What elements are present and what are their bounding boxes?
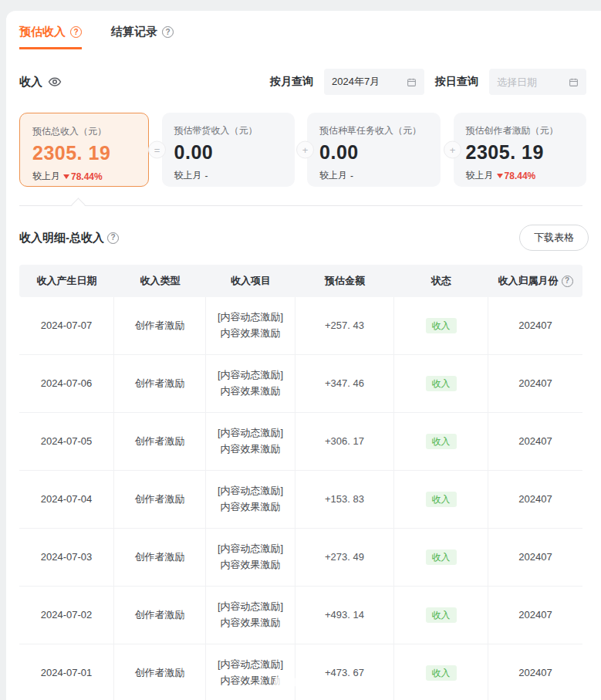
table-row[interactable]: 2024-07-03 创作者激励 [内容动态激励] 内容效果激励 +273. 4… (19, 529, 582, 587)
cell-project: [内容动态激励] 内容效果激励 (206, 413, 295, 470)
card-compare: 较上月 78.44% (466, 169, 574, 182)
status-badge: 收入 (426, 607, 457, 623)
month-query-label: 按月查询 (270, 75, 313, 89)
cell-project: [内容动态激励] 内容效果激励 (206, 471, 295, 528)
status-badge: 收入 (426, 492, 457, 507)
cell-month: 202407 (488, 297, 582, 354)
status-badge: 收入 (426, 376, 457, 391)
caret-up-icon (71, 198, 85, 211)
cell-amount: +493. 14 (295, 587, 394, 644)
cell-status: 收入 (394, 644, 488, 700)
plus-operator-icon: + (444, 141, 461, 159)
status-badge: 收入 (426, 665, 457, 681)
compare-label: 较上月 (466, 169, 494, 182)
cell-date: 2024-07-02 (19, 587, 114, 644)
table-header: 收入产生日期 收入类型 收入项目 预估金额 状态 收入归属月份 ? (19, 265, 582, 297)
income-filter-row: 收入 按月查询 按日查询 (19, 68, 586, 96)
cell-type: 创作者激励 (114, 413, 206, 470)
cell-project: [内容动态激励] 内容效果激励 (206, 587, 295, 644)
help-icon[interactable]: ? (162, 26, 174, 38)
tab-label: 结算记录 (111, 25, 157, 39)
change-value: 78.44% (63, 171, 103, 182)
cell-amount: +306. 17 (295, 413, 394, 470)
cell-date: 2024-07-05 (19, 413, 114, 470)
status-badge: 收入 (426, 318, 457, 333)
cell-month: 202407 (488, 413, 582, 470)
cell-month: 202407 (488, 471, 582, 528)
card-value: 2305. 19 (466, 141, 574, 164)
income-section-title: 收入 (19, 75, 62, 90)
cell-amount: +473. 67 (295, 644, 394, 700)
cell-project: [内容动态激励] 内容效果激励 (206, 355, 295, 412)
tab-label: 预估收入 (19, 25, 66, 39)
income-detail-table: 收入产生日期 收入类型 收入项目 预估金额 状态 收入归属月份 ? 2024-0… (19, 265, 582, 700)
section-divider (19, 205, 582, 206)
tab-settlement-records[interactable]: 结算记录 ? (111, 25, 174, 47)
header-status: 状态 (394, 274, 488, 288)
card-creator-incentive[interactable]: 预估创作者激励（元） 2305. 19 较上月 78.44% (454, 113, 586, 187)
header-month: 收入归属月份 ? (488, 274, 582, 288)
compare-label: 较上月 (319, 169, 347, 182)
cell-status: 收入 (394, 529, 488, 586)
download-table-button[interactable]: 下载表格 (519, 225, 589, 251)
date-filters: 按月查询 按日查询 (270, 69, 586, 95)
cell-month: 202407 (488, 355, 582, 412)
cell-amount: +273. 49 (295, 529, 394, 586)
header-project: 收入项目 (206, 274, 295, 288)
compare-label: 较上月 (174, 169, 202, 182)
table-row[interactable]: 2024-07-06 创作者激励 [内容动态激励] 内容效果激励 +347. 4… (19, 355, 582, 413)
eye-icon[interactable] (48, 75, 62, 89)
card-compare: 较上月 - (174, 169, 282, 182)
cell-date: 2024-07-06 (19, 355, 114, 412)
cell-amount: +153. 83 (295, 471, 394, 528)
cell-status: 收入 (394, 587, 488, 644)
month-picker[interactable] (324, 69, 424, 95)
cell-type: 创作者激励 (114, 529, 206, 586)
card-value: 0.00 (319, 141, 427, 164)
cell-amount: +257. 43 (295, 297, 394, 354)
help-icon[interactable]: ? (562, 276, 573, 287)
help-icon[interactable]: ? (70, 26, 82, 38)
header-date: 收入产生日期 (19, 274, 114, 288)
compare-label: 较上月 (32, 170, 60, 183)
table-row[interactable]: 2024-07-02 创作者激励 [内容动态激励] 内容效果激励 +493. 1… (19, 587, 582, 644)
cell-status: 收入 (394, 355, 488, 412)
card-goods-income[interactable]: 预估带货收入（元） 0.00 较上月 - (162, 113, 295, 187)
cell-type: 创作者激励 (114, 644, 206, 700)
table-row[interactable]: 2024-07-01 创作者激励 [内容动态激励] 内容效果激励 +473. 6… (19, 644, 582, 700)
cell-date: 2024-07-07 (19, 297, 114, 354)
table-row[interactable]: 2024-07-07 创作者激励 [内容动态激励] 内容效果激励 +257. 4… (19, 297, 582, 355)
cell-date: 2024-07-03 (19, 529, 114, 586)
cell-month: 202407 (488, 529, 582, 586)
card-compare: 较上月 - (319, 169, 427, 182)
earnings-panel: 预估收入 ? 结算记录 ? 收入 按月查询 (6, 11, 601, 700)
cell-date: 2024-07-01 (19, 644, 114, 700)
card-seeding-task-income[interactable]: 预估种草任务收入（元） 0.00 较上月 - (307, 113, 440, 187)
income-label: 收入 (19, 75, 42, 90)
plus-operator-icon: + (296, 141, 314, 159)
tab-estimated-income[interactable]: 预估收入 ? (19, 25, 82, 49)
cell-month: 202407 (488, 587, 582, 644)
card-value: 2305. 19 (32, 142, 136, 164)
table-row[interactable]: 2024-07-04 创作者激励 [内容动态激励] 内容效果激励 +153. 8… (19, 471, 582, 529)
help-icon[interactable]: ? (107, 232, 119, 244)
card-total-income[interactable]: 预估总收入（元） 2305. 19 较上月 78.44% (19, 113, 149, 187)
cell-type: 创作者激励 (114, 297, 206, 354)
cell-month: 202407 (488, 644, 582, 700)
down-arrow-icon (63, 174, 69, 179)
day-picker-input[interactable] (497, 76, 565, 88)
day-picker[interactable] (489, 69, 586, 95)
cell-project: [内容动态激励] 内容效果激励 (206, 529, 295, 586)
month-picker-input[interactable] (332, 76, 400, 88)
card-compare: 较上月 78.44% (32, 170, 136, 183)
change-value: - (205, 171, 208, 181)
table-row[interactable]: 2024-07-05 创作者激励 [内容动态激励] 内容效果激励 +306. 1… (19, 413, 582, 471)
card-label: 预估总收入（元） (32, 125, 136, 138)
card-value: 0.00 (174, 141, 282, 164)
cell-status: 收入 (394, 297, 488, 354)
table-body: 2024-07-07 创作者激励 [内容动态激励] 内容效果激励 +257. 4… (19, 297, 582, 700)
cell-status: 收入 (394, 413, 488, 470)
down-arrow-icon (497, 174, 503, 178)
header-amount: 预估金额 (295, 274, 394, 288)
tab-bar: 预估收入 ? 结算记录 ? (19, 25, 586, 49)
